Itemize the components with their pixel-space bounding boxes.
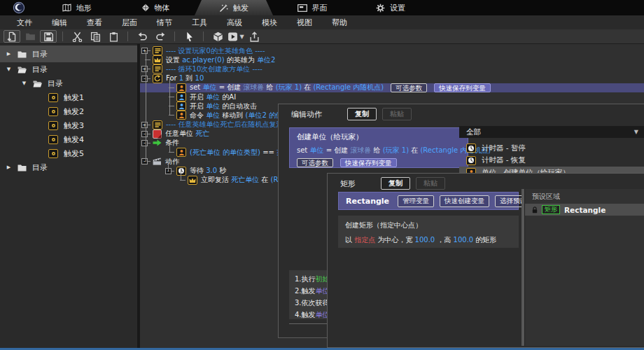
menu-item[interactable]: 查看 [77, 18, 112, 28]
tree-row[interactable]: set 单位 = 创建 滚球兽 给 (玩家 1) 在 (Rectangle 内随… [140, 83, 644, 92]
copy-button[interactable] [87, 30, 104, 43]
quick-save-variable-button[interactable]: 快速保存到变量 [340, 158, 397, 167]
manage-variables-button[interactable]: 管理变量 [398, 195, 434, 207]
row-text: 任意单位 死亡 [165, 129, 209, 139]
map-icon [62, 4, 71, 12]
menu-item[interactable]: 层面 [112, 18, 147, 28]
paste-button[interactable]: 粘贴 [416, 177, 445, 190]
action-type-item[interactable]: 计时器 - 恢复 [459, 155, 644, 167]
cut-button[interactable] [69, 30, 85, 43]
play-button[interactable]: ▼ [227, 30, 244, 43]
preset-region-row[interactable]: 矩形 Rectangle [525, 204, 644, 216]
paste-button[interactable] [105, 30, 122, 43]
copy-button[interactable]: 复制 [347, 108, 377, 120]
sidebar-item-触发4[interactable]: 触发4 [0, 132, 137, 146]
text-segment: 任意单位 [165, 130, 195, 137]
export-button[interactable] [246, 30, 262, 43]
collapse-toggle[interactable]: - [141, 140, 148, 146]
action-filter-value: 全部 [466, 127, 481, 137]
event-icon [153, 130, 162, 139]
menu-item[interactable]: 帮助 [322, 18, 357, 28]
text-segment: ---- 循环10次创建敌方单位 ---- [166, 65, 262, 73]
wait-icon [176, 167, 186, 176]
tree-guide-line [169, 143, 170, 152]
sidebar-item-触发1[interactable]: 触发1 [0, 90, 137, 104]
redo-button[interactable] [152, 30, 169, 43]
menu-item[interactable]: 视图 [287, 18, 322, 28]
sidebar-item-触发5[interactable]: 触发5 [0, 146, 137, 160]
text-segment: 到 [183, 74, 195, 82]
row-text: 条件 [165, 138, 179, 148]
collapse-arrow-icon[interactable]: ▼ [21, 80, 27, 86]
action-card[interactable]: 创建单位（给玩家） set 单位 = 创建 滚球兽 给 (玩家 1) 在 (Re… [289, 127, 468, 168]
tree-connector [148, 50, 150, 51]
menu-item[interactable]: 模块 [252, 18, 287, 28]
tree-row[interactable]: 开启 单位 的AI [140, 92, 644, 102]
region-type-tag: 矩形 [542, 205, 560, 214]
row-text: 命令 单位 移动到 (单位2 的位置) [190, 111, 293, 120]
tab-triggers[interactable]: 触发 [195, 0, 273, 15]
menu-item[interactable]: 编辑 [42, 18, 77, 28]
tab-terrain[interactable]: 地形 [38, 0, 116, 15]
action-filter-dropdown[interactable]: 全部 ▼ [459, 126, 644, 138]
sidebar-folder[interactable]: ▼目录 [0, 62, 137, 76]
tree-row-comment[interactable]: +---- 设置玩家0的主英雄角色 ---- [140, 46, 644, 55]
collapse-toggle[interactable]: - [141, 158, 148, 164]
text-segment: (Rectangle 内随机点) [313, 83, 384, 91]
collapse-arrow-icon[interactable]: ▼ [6, 66, 12, 72]
tree-row[interactable]: 设置 ac.player(0) 的英雄为 单位2 [140, 55, 644, 64]
app-logo[interactable] [0, 0, 38, 15]
sidebar-divider[interactable] [137, 44, 140, 348]
undo-button[interactable] [134, 30, 150, 43]
tree-row-comment[interactable]: +---- 循环10次创建敌方单位 ---- [140, 64, 644, 74]
cube-button[interactable] [209, 30, 226, 43]
tab-bar: 地形物体触发界面设置 [0, 0, 644, 15]
rectangle-function-card[interactable]: 创建矩形（指定中心点） 以 指定点 为中心，宽 100.0 ，高 100.0 的… [338, 216, 519, 248]
action-type-item[interactable]: 计时器 - 暂停 [459, 142, 644, 155]
sidebar-folder[interactable]: ▶目录 [0, 46, 137, 62]
open-folder-button[interactable] [22, 30, 38, 43]
tab-settings[interactable]: 设置 [351, 0, 430, 15]
menu-item[interactable]: 情节 [147, 18, 182, 28]
edit-action-dialog-header[interactable]: 编辑动作 复制 粘贴 [279, 104, 644, 124]
quick-save-variable-button[interactable]: 快速保存到变量 [434, 83, 491, 92]
sidebar-folder[interactable]: ▶目录 [0, 160, 137, 174]
text-segment: 3.0 [206, 167, 217, 174]
cursor-button[interactable] [181, 30, 197, 43]
paste-button[interactable]: 粘贴 [382, 108, 412, 120]
app-logo-icon [13, 1, 25, 14]
text-segment: 指定点 [354, 236, 375, 244]
text-segment: = [323, 146, 334, 154]
menu-item[interactable]: 工具 [182, 18, 217, 28]
variable-row[interactable]: Rectangle 管理变量 快速创建变量 选择预设区域 [338, 192, 519, 210]
expand-toggle[interactable]: + [141, 122, 148, 128]
expand-toggle[interactable]: + [141, 48, 148, 54]
text-segment: 1.执行 [295, 275, 316, 283]
tree-row[interactable]: -For 1 到 10 [140, 74, 644, 83]
quick-create-variable-button[interactable]: 快速创建变量 [440, 195, 489, 207]
collapse-toggle[interactable]: - [141, 131, 148, 137]
tab-objects[interactable]: 物体 [116, 0, 195, 15]
text-segment: 命令 [190, 111, 206, 119]
new-file-button[interactable] [4, 30, 20, 43]
tab-interface[interactable]: 界面 [273, 0, 351, 15]
optional-params-button[interactable]: 可选参数 [391, 83, 427, 92]
expand-arrow-icon[interactable]: ▶ [6, 164, 12, 170]
sidebar-item-触发2[interactable]: 触发2 [0, 104, 137, 118]
expand-arrow-icon[interactable]: ▶ [6, 51, 12, 57]
chevron-down-icon[interactable]: ▼ [239, 34, 244, 40]
sidebar-item-触发3[interactable]: 触发3 [0, 118, 137, 132]
expand-toggle[interactable]: + [141, 66, 148, 72]
toolbar-separator [203, 31, 204, 41]
tab-label: 物体 [155, 3, 170, 13]
text-segment: 单位 [206, 93, 220, 101]
save-button[interactable] [40, 30, 57, 43]
sidebar-folder[interactable]: ▼目录 [0, 76, 137, 90]
sidebar-item-label: 触发4 [64, 134, 84, 145]
collapse-toggle[interactable]: - [141, 76, 148, 82]
menu-item[interactable]: 文件 [7, 18, 42, 28]
optional-params-button[interactable]: 可选参数 [297, 158, 333, 167]
copy-button[interactable]: 复制 [381, 177, 410, 190]
menu-item[interactable]: 高级 [217, 18, 252, 28]
revive-icon [188, 176, 197, 185]
